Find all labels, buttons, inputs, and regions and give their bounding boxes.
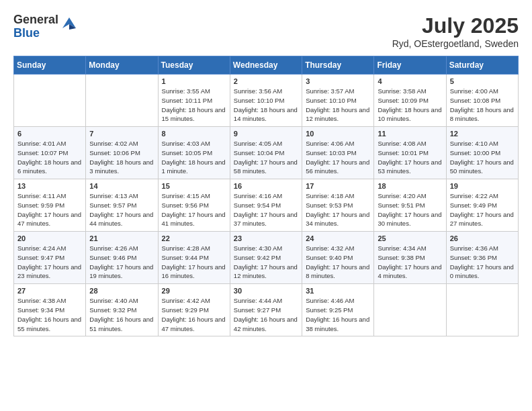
- logo-general: General: [13, 13, 58, 27]
- calendar-cell: 17Sunrise: 4:18 AMSunset: 9:53 PMDayligh…: [302, 179, 374, 232]
- day-number: 15: [162, 182, 226, 190]
- day-info: Sunrise: 3:56 AMSunset: 10:10 PMDaylight…: [234, 87, 298, 124]
- day-number: 6: [17, 130, 82, 138]
- day-number: 30: [234, 287, 298, 295]
- calendar-table: SundayMondayTuesdayWednesdayThursdayFrid…: [13, 56, 519, 336]
- calendar-cell: [14, 75, 86, 127]
- day-of-week-header: Thursday: [302, 56, 374, 75]
- day-info: Sunrise: 4:28 AMSunset: 9:44 PMDaylight:…: [162, 244, 226, 281]
- calendar-cell: 18Sunrise: 4:20 AMSunset: 9:51 PMDayligh…: [374, 179, 446, 232]
- calendar-week-row: 27Sunrise: 4:38 AMSunset: 9:34 PMDayligh…: [14, 284, 519, 336]
- day-number: 9: [234, 130, 298, 138]
- calendar-cell: 6Sunrise: 4:01 AMSunset: 10:07 PMDayligh…: [14, 127, 86, 179]
- calendar-cell: 14Sunrise: 4:13 AMSunset: 9:57 PMDayligh…: [86, 179, 158, 232]
- calendar-cell: 27Sunrise: 4:38 AMSunset: 9:34 PMDayligh…: [14, 284, 86, 336]
- month-title: July 2025: [392, 13, 519, 38]
- calendar-cell: 31Sunrise: 4:46 AMSunset: 9:25 PMDayligh…: [302, 284, 374, 336]
- day-number: 2: [234, 77, 298, 85]
- calendar-cell: 21Sunrise: 4:26 AMSunset: 9:46 PMDayligh…: [86, 232, 158, 284]
- calendar-header-row: SundayMondayTuesdayWednesdayThursdayFrid…: [14, 56, 519, 75]
- day-number: 31: [306, 287, 370, 295]
- day-number: 18: [378, 182, 442, 190]
- calendar-cell: 16Sunrise: 4:16 AMSunset: 9:54 PMDayligh…: [230, 179, 302, 232]
- day-info: Sunrise: 4:22 AMSunset: 9:49 PMDaylight:…: [450, 191, 515, 228]
- day-info: Sunrise: 4:02 AMSunset: 10:06 PMDaylight…: [89, 139, 154, 176]
- day-info: Sunrise: 4:18 AMSunset: 9:53 PMDaylight:…: [306, 191, 370, 228]
- calendar-cell: 7Sunrise: 4:02 AMSunset: 10:06 PMDayligh…: [86, 127, 158, 179]
- calendar-cell: 15Sunrise: 4:15 AMSunset: 9:56 PMDayligh…: [158, 179, 230, 232]
- location-title: Ryd, OEstergoetland, Sweden: [392, 38, 519, 49]
- day-info: Sunrise: 4:44 AMSunset: 9:27 PMDaylight:…: [234, 296, 298, 333]
- calendar-cell: 25Sunrise: 4:34 AMSunset: 9:38 PMDayligh…: [374, 232, 446, 284]
- calendar-cell: 26Sunrise: 4:36 AMSunset: 9:36 PMDayligh…: [446, 232, 518, 284]
- day-number: 24: [306, 234, 370, 242]
- calendar-cell: 10Sunrise: 4:06 AMSunset: 10:03 PMDaylig…: [302, 127, 374, 179]
- calendar-cell: 5Sunrise: 4:00 AMSunset: 10:08 PMDayligh…: [446, 75, 518, 127]
- day-of-week-header: Saturday: [446, 56, 518, 75]
- day-info: Sunrise: 4:10 AMSunset: 10:00 PMDaylight…: [450, 139, 515, 176]
- calendar-week-row: 13Sunrise: 4:11 AMSunset: 9:59 PMDayligh…: [14, 179, 519, 232]
- calendar-cell: 30Sunrise: 4:44 AMSunset: 9:27 PMDayligh…: [230, 284, 302, 336]
- day-number: 4: [378, 77, 442, 85]
- calendar-cell: 1Sunrise: 3:55 AMSunset: 10:11 PMDayligh…: [158, 75, 230, 127]
- title-block: July 2025 Ryd, OEstergoetland, Sweden: [392, 13, 519, 49]
- calendar-cell: [374, 284, 446, 336]
- logo-icon: [60, 15, 78, 32]
- day-info: Sunrise: 4:26 AMSunset: 9:46 PMDaylight:…: [89, 244, 154, 281]
- calendar-cell: 3Sunrise: 3:57 AMSunset: 10:10 PMDayligh…: [302, 75, 374, 127]
- day-number: 1: [162, 77, 226, 85]
- day-of-week-header: Wednesday: [230, 56, 302, 75]
- day-info: Sunrise: 4:16 AMSunset: 9:54 PMDaylight:…: [234, 191, 298, 228]
- day-info: Sunrise: 4:40 AMSunset: 9:32 PMDaylight:…: [89, 296, 154, 333]
- logo-blue: Blue: [13, 27, 58, 40]
- day-number: 14: [89, 182, 154, 190]
- day-of-week-header: Tuesday: [158, 56, 230, 75]
- day-info: Sunrise: 3:55 AMSunset: 10:11 PMDaylight…: [162, 87, 226, 124]
- logo: General Blue: [13, 13, 78, 40]
- calendar-cell: [446, 284, 518, 336]
- day-info: Sunrise: 4:32 AMSunset: 9:40 PMDaylight:…: [306, 244, 370, 281]
- calendar-cell: 29Sunrise: 4:42 AMSunset: 9:29 PMDayligh…: [158, 284, 230, 336]
- day-number: 10: [306, 130, 370, 138]
- day-info: Sunrise: 4:05 AMSunset: 10:04 PMDaylight…: [234, 139, 298, 176]
- day-number: 3: [306, 77, 370, 85]
- day-of-week-header: Friday: [374, 56, 446, 75]
- calendar-week-row: 1Sunrise: 3:55 AMSunset: 10:11 PMDayligh…: [14, 75, 519, 127]
- calendar-week-row: 20Sunrise: 4:24 AMSunset: 9:47 PMDayligh…: [14, 232, 519, 284]
- calendar-cell: 23Sunrise: 4:30 AMSunset: 9:42 PMDayligh…: [230, 232, 302, 284]
- day-info: Sunrise: 4:46 AMSunset: 9:25 PMDaylight:…: [306, 296, 370, 333]
- day-info: Sunrise: 4:06 AMSunset: 10:03 PMDaylight…: [306, 139, 370, 176]
- day-of-week-header: Monday: [86, 56, 158, 75]
- day-number: 19: [450, 182, 515, 190]
- page-header: General Blue July 2025 Ryd, OEstergoetla…: [13, 13, 519, 49]
- day-info: Sunrise: 3:57 AMSunset: 10:10 PMDaylight…: [306, 87, 370, 124]
- day-number: 12: [450, 130, 515, 138]
- day-number: 25: [378, 234, 442, 242]
- day-number: 23: [234, 234, 298, 242]
- calendar-cell: 13Sunrise: 4:11 AMSunset: 9:59 PMDayligh…: [14, 179, 86, 232]
- day-of-week-header: Sunday: [14, 56, 86, 75]
- day-number: 11: [378, 130, 442, 138]
- day-number: 16: [234, 182, 298, 190]
- day-number: 22: [162, 234, 226, 242]
- day-info: Sunrise: 4:13 AMSunset: 9:57 PMDaylight:…: [89, 191, 154, 228]
- calendar-cell: 4Sunrise: 3:58 AMSunset: 10:09 PMDayligh…: [374, 75, 446, 127]
- day-info: Sunrise: 4:24 AMSunset: 9:47 PMDaylight:…: [17, 244, 82, 281]
- calendar-week-row: 6Sunrise: 4:01 AMSunset: 10:07 PMDayligh…: [14, 127, 519, 179]
- day-number: 29: [162, 287, 226, 295]
- day-info: Sunrise: 4:15 AMSunset: 9:56 PMDaylight:…: [162, 191, 226, 228]
- day-number: 5: [450, 77, 515, 85]
- day-info: Sunrise: 4:01 AMSunset: 10:07 PMDaylight…: [17, 139, 82, 176]
- day-info: Sunrise: 4:03 AMSunset: 10:05 PMDaylight…: [162, 139, 226, 176]
- day-number: 21: [89, 234, 154, 242]
- calendar-cell: 24Sunrise: 4:32 AMSunset: 9:40 PMDayligh…: [302, 232, 374, 284]
- day-number: 13: [17, 182, 82, 190]
- calendar-cell: 22Sunrise: 4:28 AMSunset: 9:44 PMDayligh…: [158, 232, 230, 284]
- day-info: Sunrise: 4:34 AMSunset: 9:38 PMDaylight:…: [378, 244, 442, 281]
- calendar-cell: 2Sunrise: 3:56 AMSunset: 10:10 PMDayligh…: [230, 75, 302, 127]
- day-info: Sunrise: 4:11 AMSunset: 9:59 PMDaylight:…: [17, 191, 82, 228]
- day-info: Sunrise: 4:00 AMSunset: 10:08 PMDaylight…: [450, 87, 515, 124]
- day-number: 7: [89, 130, 154, 138]
- day-number: 17: [306, 182, 370, 190]
- calendar-cell: 20Sunrise: 4:24 AMSunset: 9:47 PMDayligh…: [14, 232, 86, 284]
